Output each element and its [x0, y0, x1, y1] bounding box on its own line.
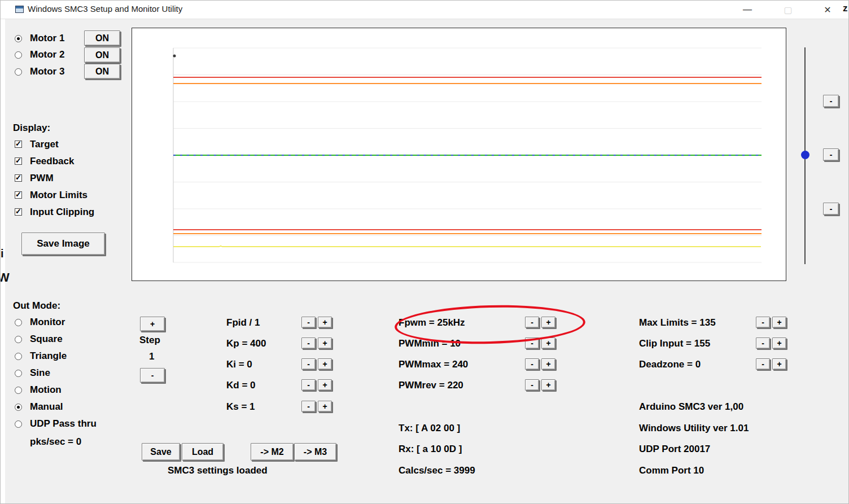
out-mode-udp-label: UDP Pass thru [30, 418, 97, 430]
fpid-minus-button[interactable]: - [301, 317, 316, 328]
max-limits-label: Max Limits = 135 [639, 317, 716, 328]
kd-label: Kd = 0 [226, 380, 256, 391]
scale-minus-button-bottom[interactable]: - [823, 203, 839, 215]
motor-1-radio[interactable] [15, 35, 22, 42]
maximize-button[interactable]: ▢ [778, 3, 798, 16]
out-mode-manual-label: Manual [30, 401, 63, 413]
out-mode-sine-radio[interactable] [15, 370, 22, 377]
ki-minus-button[interactable]: - [301, 358, 316, 370]
out-mode-motion-label: Motion [30, 384, 62, 396]
deadzone-plus-button[interactable]: + [772, 358, 786, 370]
motor-2-radio[interactable] [15, 51, 22, 59]
clip-input-plus-button[interactable]: + [772, 338, 786, 349]
scale-minus-button-top[interactable]: - [823, 95, 839, 107]
motor-3-label: Motor 3 [30, 66, 64, 77]
pwmmin-minus-button[interactable]: - [525, 338, 539, 349]
tx-status: Tx: [ A 02 00 ] [399, 423, 460, 434]
pwmmax-minus-button[interactable]: - [525, 358, 539, 370]
background-artifact-i: i [1, 247, 4, 260]
motor-1-label: Motor 1 [30, 33, 64, 44]
scale-slider-thumb[interactable] [801, 151, 809, 159]
ks-plus-button[interactable]: + [318, 401, 332, 412]
app-icon [15, 6, 24, 13]
kp-minus-button[interactable]: - [301, 338, 316, 349]
kp-label: Kp = 400 [226, 338, 266, 349]
out-mode-square-radio[interactable] [15, 336, 22, 343]
to-m2-button[interactable]: -> M2 [251, 443, 294, 461]
max-limits-minus-button[interactable]: - [756, 317, 770, 328]
comm-port: Comm Port 10 [639, 465, 704, 476]
to-m3-button[interactable]: -> M3 [294, 443, 336, 461]
app-window: Windows SMC3 Setup and Monitor Utility —… [0, 0, 849, 504]
out-mode-triangle-label: Triangle [30, 350, 67, 362]
input-clipping-checkbox-label: Input Clipping [30, 207, 94, 218]
out-mode-manual-radio[interactable] [15, 404, 22, 411]
feedback-checkbox[interactable] [15, 157, 22, 165]
save-image-button[interactable]: Save Image [21, 233, 105, 255]
display-heading: Display: [13, 122, 50, 134]
pwmrev-plus-button[interactable]: + [541, 379, 555, 391]
kd-plus-button[interactable]: + [318, 379, 332, 391]
window-title: Windows SMC3 Setup and Monitor Utility [28, 4, 182, 14]
calcs-per-sec: Calcs/sec = 3999 [399, 465, 475, 476]
pwmrev-minus-button[interactable]: - [525, 379, 539, 391]
udp-port: UDP Port 20017 [639, 444, 710, 455]
pwmmin-label: PWMmin = 10 [399, 338, 461, 349]
fpid-label: Fpid / 1 [226, 317, 260, 328]
motor-limits-checkbox[interactable] [15, 191, 22, 199]
ks-minus-button[interactable]: - [301, 401, 316, 412]
motor-1-on-button[interactable]: ON [84, 30, 120, 46]
out-mode-monitor-radio[interactable] [15, 319, 22, 326]
out-mode-udp-radio[interactable] [15, 420, 22, 428]
fpwm-minus-button[interactable]: - [525, 317, 539, 328]
scale-minus-button-middle[interactable]: - [823, 148, 839, 161]
motor-limits-checkbox-label: Motor Limits [30, 190, 87, 201]
step-plus-button[interactable]: + [140, 317, 165, 331]
fpid-plus-button[interactable]: + [318, 317, 332, 328]
out-mode-square-label: Square [30, 334, 63, 345]
out-mode-triangle-radio[interactable] [15, 353, 22, 360]
ki-plus-button[interactable]: + [318, 358, 332, 370]
step-label: Step [139, 335, 160, 346]
load-button[interactable]: Load [182, 443, 224, 461]
chart-plot [132, 28, 786, 281]
ki-label: Ki = 0 [226, 359, 252, 370]
out-mode-heading: Out Mode: [13, 300, 60, 312]
ks-label: Ks = 1 [226, 401, 255, 413]
out-mode-motion-radio[interactable] [15, 387, 22, 394]
arduino-version: Arduino SMC3 ver 1,00 [639, 401, 743, 413]
pwmmax-label: PWMmax = 240 [399, 359, 468, 370]
step-value: 1 [149, 351, 154, 362]
utility-version: Windows Utility ver 1.01 [639, 423, 749, 434]
motor-3-radio[interactable] [15, 68, 22, 76]
settings-status: SMC3 settings loaded [168, 465, 268, 476]
pwmmax-plus-button[interactable]: + [541, 358, 555, 370]
chart-area [132, 28, 786, 281]
save-button[interactable]: Save [142, 443, 180, 461]
input-clipping-checkbox[interactable] [15, 208, 22, 216]
minimize-button[interactable]: — [738, 3, 757, 16]
clip-input-label: Clip Input = 155 [639, 338, 710, 349]
close-button[interactable]: ✕ [818, 3, 837, 16]
motor-3-on-button[interactable]: ON [84, 64, 120, 79]
target-checkbox-label: Target [30, 139, 59, 150]
pwm-checkbox[interactable] [15, 174, 22, 182]
rx-status: Rx: [ a 10 0D ] [399, 444, 462, 455]
fpwm-label: Fpwm = 25kHz [399, 317, 465, 328]
target-checkbox[interactable] [15, 141, 22, 148]
max-limits-plus-button[interactable]: + [772, 317, 786, 328]
kp-plus-button[interactable]: + [318, 338, 332, 349]
deadzone-minus-button[interactable]: - [756, 358, 770, 370]
fpwm-plus-button[interactable]: + [541, 317, 555, 328]
clip-input-minus-button[interactable]: - [756, 338, 770, 349]
step-minus-button[interactable]: - [140, 368, 165, 383]
titlebar: Windows SMC3 Setup and Monitor Utility —… [1, 1, 849, 19]
kd-minus-button[interactable]: - [301, 379, 316, 391]
out-mode-monitor-label: Monitor [30, 317, 65, 328]
feedback-checkbox-label: Feedback [30, 156, 74, 167]
background-artifact-w: W [0, 270, 10, 285]
motor-2-on-button[interactable]: ON [84, 47, 120, 63]
pks-per-sec-label: pks/sec = 0 [30, 436, 81, 448]
out-mode-sine-label: Sine [30, 367, 50, 379]
pwmmin-plus-button[interactable]: + [541, 338, 555, 349]
